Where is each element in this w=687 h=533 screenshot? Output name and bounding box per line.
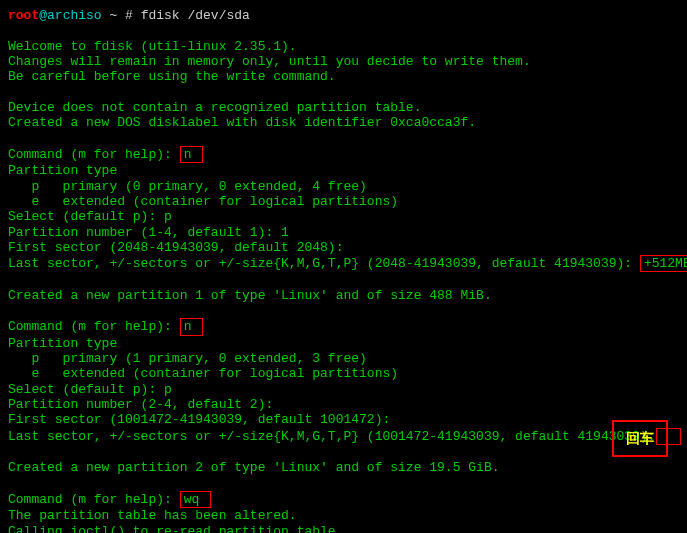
- created-line-1: Created a new partition 1 of type 'Linux…: [8, 288, 679, 303]
- prompt-host: archiso: [47, 8, 102, 23]
- ptype-primary-1: p primary (0 primary, 0 extended, 4 free…: [8, 179, 679, 194]
- cmd-line-1: Command (m for help): n: [8, 146, 679, 163]
- device-line-2: Created a new DOS disklabel with disk id…: [8, 115, 679, 130]
- created-line-2: Created a new partition 2 of type 'Linux…: [8, 460, 679, 475]
- select-line-1: Select (default p): p: [8, 209, 679, 224]
- altered-line: The partition table has been altered.: [8, 508, 679, 523]
- pnum-line-2: Partition number (2-4, default 2):: [8, 397, 679, 412]
- cmd-line-3: Command (m for help): wq: [8, 491, 679, 508]
- welcome-line-1: Welcome to fdisk (util-linux 2.35.1).: [8, 39, 679, 54]
- ptype-extended-1: e extended (container for logical partit…: [8, 194, 679, 209]
- select-line-2: Select (default p): p: [8, 382, 679, 397]
- prompt-at: @: [39, 8, 47, 23]
- blank: [8, 476, 679, 491]
- pnum-line-1: Partition number (1-4, default 1): 1: [8, 225, 679, 240]
- ptype-header-2: Partition type: [8, 336, 679, 351]
- welcome-line-2: Changes will remain in memory only, unti…: [8, 54, 679, 69]
- prompt-path: ~: [102, 8, 125, 23]
- blank: [8, 85, 679, 100]
- cmd-input-wq[interactable]: wq: [180, 491, 211, 508]
- cmd-prompt-3: Command (m for help):: [8, 492, 180, 507]
- cmd-input-n-1[interactable]: n: [180, 146, 204, 163]
- last-sector-line-2: Last sector, +/-sectors or +/-size{K,M,G…: [8, 428, 679, 445]
- shell-command[interactable]: fdisk /dev/sda: [141, 8, 250, 23]
- blank: [8, 131, 679, 146]
- blank: [8, 445, 679, 460]
- blank: [8, 303, 679, 318]
- shell-prompt-line: root@archiso ~ # fdisk /dev/sda: [8, 8, 679, 23]
- last-sector-prompt-1: Last sector, +/-sectors or +/-size{K,M,G…: [8, 256, 640, 271]
- welcome-line-3: Be careful before using the write comman…: [8, 69, 679, 84]
- cmd-prompt-1: Command (m for help):: [8, 147, 180, 162]
- blank: [8, 272, 679, 287]
- cmd-prompt-2: Command (m for help):: [8, 319, 180, 334]
- ptype-header-1: Partition type: [8, 163, 679, 178]
- first-sector-2: First sector (1001472-41943039, default …: [8, 412, 679, 427]
- enter-key-annotation: 回车: [612, 420, 668, 457]
- ptype-primary-2: p primary (1 primary, 0 extended, 3 free…: [8, 351, 679, 366]
- cmd-line-2: Command (m for help): n: [8, 318, 679, 335]
- size-input-1[interactable]: +512MB: [640, 255, 687, 272]
- prompt-user: root: [8, 8, 39, 23]
- blank: [8, 23, 679, 38]
- cmd-input-n-2[interactable]: n: [180, 318, 204, 335]
- last-sector-line-1: Last sector, +/-sectors or +/-size{K,M,G…: [8, 255, 679, 272]
- first-sector-1: First sector (2048-41943039, default 204…: [8, 240, 679, 255]
- ioctl-line: Calling ioctl() to re-read partition tab…: [8, 524, 679, 533]
- device-line-1: Device does not contain a recognized par…: [8, 100, 679, 115]
- ptype-extended-2: e extended (container for logical partit…: [8, 366, 679, 381]
- last-sector-prompt-2: Last sector, +/-sectors or +/-size{K,M,G…: [8, 429, 656, 444]
- prompt-hash: #: [125, 8, 141, 23]
